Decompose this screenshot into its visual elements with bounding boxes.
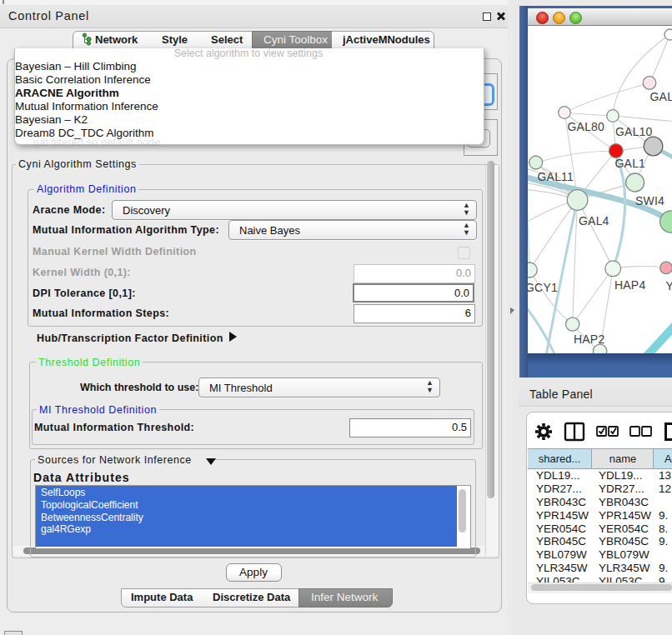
svg-text:GCY1: GCY1 <box>528 281 558 294</box>
svg-text:GAL80: GAL80 <box>568 120 605 133</box>
svg-text:GAL1: GAL1 <box>615 157 646 170</box>
svg-text:GAL2: GAL2 <box>650 90 672 103</box>
svg-text:GAL10: GAL10 <box>615 125 653 138</box>
svg-text:SWI4: SWI4 <box>635 194 664 208</box>
svg-text:HAP2: HAP2 <box>574 332 604 346</box>
svg-text:GAL11: GAL11 <box>538 170 574 183</box>
svg-text:HAP4: HAP4 <box>614 278 645 292</box>
svg-text:GAL4: GAL4 <box>579 214 609 228</box>
svg-text:YM: YM <box>666 279 672 292</box>
